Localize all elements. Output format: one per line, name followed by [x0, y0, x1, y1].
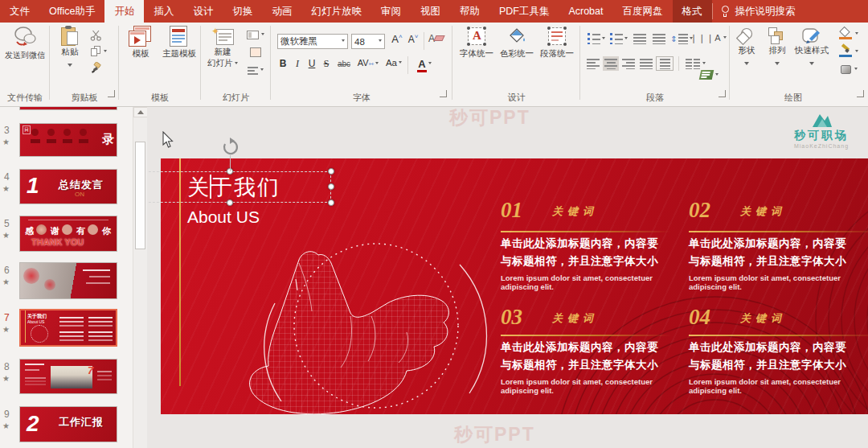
- section-icon: [248, 66, 258, 75]
- increase-indent-button[interactable]: [651, 32, 667, 45]
- shape-effects-button[interactable]: [834, 63, 863, 76]
- unify-font-label: 字体统一: [457, 48, 496, 60]
- thumb-number-3: 3: [4, 125, 10, 136]
- character-spacing-button[interactable]: AV⇿: [356, 58, 380, 68]
- thumbnail-slide-2-partial[interactable]: [19, 107, 117, 110]
- quick-styles-button[interactable]: 快速样式: [792, 27, 831, 71]
- distribute-icon: [660, 58, 670, 69]
- thumbnail-slide-9[interactable]: 2 工作汇报: [19, 406, 117, 442]
- thumb5-char4: 你: [102, 225, 111, 237]
- tab-acrobat[interactable]: Acrobat: [559, 0, 612, 23]
- new-slide-label-2: 幻灯片: [206, 58, 240, 69]
- cut-button[interactable]: [88, 29, 103, 42]
- grow-font-button[interactable]: A˄: [390, 33, 404, 45]
- tab-transitions[interactable]: 切换: [223, 0, 262, 23]
- slide-subtitle-text[interactable]: About US: [187, 208, 260, 227]
- shapes-button[interactable]: 形状: [733, 27, 760, 71]
- thumb7-block1: [59, 317, 84, 319]
- align-text-button[interactable]: [696, 48, 725, 61]
- unify-paragraph-button[interactable]: 段落统一: [538, 27, 576, 60]
- tab-insert[interactable]: 插入: [144, 0, 183, 23]
- group-label-drawing: 绘图: [719, 92, 868, 104]
- justify-button[interactable]: [638, 56, 654, 71]
- group-label-font: 字体: [271, 92, 452, 104]
- decrease-indent-button[interactable]: [632, 32, 648, 45]
- thumbnail-slide-6[interactable]: [19, 262, 117, 299]
- distribute-button[interactable]: [656, 56, 674, 71]
- tell-me-search[interactable]: 操作说明搜索: [713, 0, 804, 23]
- clear-formatting-button[interactable]: A: [428, 32, 446, 45]
- theme-template-button[interactable]: 主题模板: [161, 26, 198, 60]
- align-left-button[interactable]: [585, 56, 601, 71]
- group-clipboard: 粘贴: [50, 23, 119, 106]
- thumbnail-slide-4[interactable]: 1 总结发言 ON: [19, 169, 117, 204]
- tab-home[interactable]: 开始: [104, 0, 144, 23]
- section-button[interactable]: [244, 64, 267, 76]
- tab-pdf-tools[interactable]: PDF工具集: [489, 0, 559, 23]
- new-slide-button[interactable]: ✦ 新建 幻灯片: [206, 26, 240, 69]
- group-drawing: 形状 排列 快速样式: [730, 23, 868, 106]
- thumb8-line4: [97, 371, 112, 372]
- selection-handle-mid-right[interactable]: [328, 183, 334, 190]
- numbering-button[interactable]: [609, 32, 628, 45]
- thumbnail-scrollbar[interactable]: [133, 107, 147, 448]
- group-file-transfer: 发送到微信 文件传输: [0, 23, 50, 106]
- smartart-button[interactable]: [694, 68, 723, 82]
- scrollbar-thumb[interactable]: [135, 142, 145, 249]
- unify-color-button[interactable]: 色彩统一: [497, 27, 536, 60]
- section-01-body1: 单击此处添加标题内容，内容要: [501, 236, 658, 251]
- tab-format[interactable]: 格式: [673, 0, 712, 23]
- strikethrough-button[interactable]: S: [321, 58, 332, 70]
- shape-outline-button[interactable]: [834, 45, 863, 58]
- copy-button[interactable]: [88, 45, 109, 58]
- selection-handle-top-right[interactable]: [328, 168, 334, 175]
- font-size-combobox[interactable]: 48: [351, 34, 385, 49]
- section-02-number: 02: [689, 198, 710, 223]
- paste-button[interactable]: 粘贴: [56, 26, 84, 72]
- arrange-button[interactable]: 排列: [764, 27, 791, 71]
- shape-fill-button[interactable]: [834, 27, 863, 40]
- thumbnail-slide-5[interactable]: 感 谢 有 你 THANK YOU: [19, 216, 117, 252]
- slide-layout-button[interactable]: [244, 29, 267, 40]
- send-to-wechat-button[interactable]: 发送到微信: [3, 26, 47, 61]
- selection-handle-bottom-center[interactable]: [227, 199, 233, 206]
- unify-font-button[interactable]: A 字体统一: [457, 27, 496, 60]
- send-to-wechat-label: 发送到微信: [3, 50, 47, 61]
- text-direction-button[interactable]: ❘❘❘A: [694, 31, 722, 45]
- scrollbar-up-button[interactable]: [133, 107, 148, 117]
- tab-design[interactable]: 设计: [183, 0, 223, 23]
- thumbnail-slide-7-selected[interactable]: 关于我们 About US: [19, 309, 117, 347]
- thumb3-items: [31, 139, 40, 143]
- reset-slide-button[interactable]: [244, 47, 267, 58]
- align-right-icon: [622, 58, 635, 69]
- thumbnail-slide-8[interactable]: 7: [19, 359, 117, 394]
- format-painter-button[interactable]: [88, 61, 103, 76]
- rotation-handle-icon[interactable]: [221, 138, 240, 157]
- tab-office-assistant[interactable]: Office助手: [39, 0, 104, 23]
- tab-slideshow[interactable]: 幻灯片放映: [301, 0, 371, 23]
- font-color-button[interactable]: A: [414, 56, 435, 71]
- tab-help[interactable]: 帮助: [450, 0, 489, 23]
- new-slide-label-1: 新建: [206, 47, 240, 58]
- text-shadow-button[interactable]: abc: [335, 60, 353, 68]
- change-case-button[interactable]: Aa: [383, 58, 404, 68]
- tab-review[interactable]: 审阅: [371, 0, 411, 23]
- italic-button[interactable]: I: [292, 58, 303, 70]
- font-name-combobox[interactable]: 微软雅黑: [277, 34, 348, 49]
- underline-button[interactable]: U: [306, 58, 317, 69]
- align-right-button[interactable]: [620, 56, 637, 71]
- tab-view[interactable]: 视图: [411, 0, 450, 23]
- shrink-font-button[interactable]: A˅: [406, 33, 420, 45]
- bullets-button[interactable]: [587, 32, 606, 45]
- tab-baidu-netdisk[interactable]: 百度网盘: [613, 0, 673, 23]
- scissors-icon: [90, 30, 102, 41]
- align-center-button[interactable]: [603, 56, 619, 71]
- unify-paragraph-label: 段落统一: [538, 48, 576, 60]
- tab-file[interactable]: 文件: [0, 0, 39, 23]
- thumbnail-slide-3[interactable]: 目 录: [19, 123, 117, 157]
- selection-handle-bottom-right[interactable]: [328, 199, 334, 206]
- template-button[interactable]: 模板: [124, 26, 158, 60]
- textbox-selection-border[interactable]: [147, 171, 331, 203]
- tab-animations[interactable]: 动画: [262, 0, 301, 23]
- bold-button[interactable]: B: [277, 58, 289, 69]
